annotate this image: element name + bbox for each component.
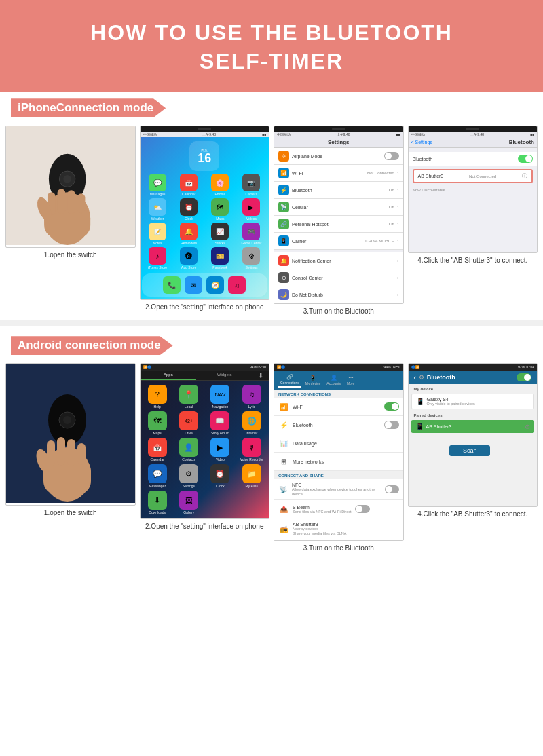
ios-app-notes[interactable]: 📝 Notes [143,223,172,245]
android-setting-nfc[interactable]: 📡 NFC Allow data exchange when device to… [274,479,403,500]
svg-point-2 [63,175,71,183]
ios-bluetooth-value: On [389,188,394,192]
android-app-video[interactable]: ▶ Video [206,438,234,461]
ios-app-clock[interactable]: ⏰ Clock [174,198,204,221]
android-app-local[interactable]: 📍 Local [174,385,203,409]
android-app-navigation[interactable]: NAV Navigation [206,385,234,409]
ios-setting-bluetooth[interactable]: ⚡ Bluetooth On › [274,182,403,199]
android-tab-apps[interactable]: Apps [141,371,197,380]
android-step-3-caption: 3.Turn on the Bluetooth [274,544,404,552]
android-app-downloads[interactable]: ⬇ Downloads [143,491,172,514]
ios-settings-back-button[interactable]: < Settings [411,140,432,145]
android-setting-sbeam[interactable]: 📤 S Beam Send files via NFC and Wi-Fi Di… [274,500,403,518]
android-bt-page-title: Bluetooth [427,374,514,381]
android-app-voice-recorder[interactable]: 🎙 Voice Recorder [238,438,266,461]
ios-setting-cellular[interactable]: 📡 Cellular Off › [274,199,403,216]
android-app-drive[interactable]: 42+ Drive [174,411,203,435]
android-bt-my-device-row: 📱 Galaxy S4 Only visible to paired devic… [411,394,535,409]
ios-bt-info-icon[interactable]: ⓘ [522,172,527,180]
android-wifi-toggle[interactable] [384,402,399,411]
android-nfc-subtitle: Allow data exchange when device touches … [292,487,381,496]
android-app-myfiles[interactable]: 📁 My Files [238,464,266,488]
ios-top-bar [141,126,269,132]
android-tab-connections[interactable]: 🔗 Connections [278,373,301,388]
android-app-settings[interactable]: ⚙ Settings [174,464,203,488]
android-sbeam-subtitle: Send files via NFC and Wi-Fi Direct [293,510,352,514]
ios-bt-device-name: AB Shutter3 [418,174,444,178]
ios-settings-frame: 中国移动 上午9:48 ■■ Settings ✈ Airplane Mode … [274,126,404,304]
ios-app-camera[interactable]: 📷 Camera [237,174,266,196]
ios-app-settings[interactable]: ⚙ Settings [237,247,266,269]
android-app-calendar[interactable]: 📅 Calendar [143,438,172,461]
android-app-help[interactable]: ? Help [143,385,172,409]
ios-app-photos[interactable]: 🌸 Photos [206,174,235,196]
ios-bluetooth-toggle[interactable] [518,155,533,163]
android-bt-main-toggle[interactable] [517,373,531,381]
android-bt-back-button[interactable]: ‹ [414,374,416,381]
ios-app-itunes[interactable]: ♪ iTunes Store [143,247,172,269]
ios-setting-control[interactable]: ⊕ Control Center › [274,269,403,286]
android-bt-paired-device-row[interactable]: 📱 AB Shutter3 ⚙ [411,420,535,433]
airplane-toggle[interactable] [384,152,399,160]
ios-app-appstore[interactable]: 🅐 App Store [174,247,204,269]
android-app-internet[interactable]: 🌐 Internet [238,411,266,435]
iphone-section-label: iPhoneConnection mode [0,92,543,121]
ios-app-messages[interactable]: 💬 Messages [143,174,172,196]
ios-settings-content: Settings ✈ Airplane Mode 📶 Wi-Fi Not Con… [274,137,403,303]
android-scan-button[interactable]: Scan [449,445,490,456]
bluetooth-settings-icon: ⚡ [278,185,289,195]
ios-setting-carrier[interactable]: 📱 Carrier CHINA MOBILE › [274,233,403,250]
android-paired-device-name: AB Shutter3 [426,424,523,429]
ios-app-calendar[interactable]: 📅 Calendar [174,174,204,196]
ios-app-passbook[interactable]: 🎫 Passbook [206,247,235,269]
ios-app-videos[interactable]: ▶ Videos [237,198,266,221]
ios-app-phone[interactable]: 📞 [163,276,181,294]
ios-app-reminders[interactable]: 🔔 Reminders [174,223,204,245]
ios-app-mail[interactable]: ✉ [185,276,202,294]
android-paired-gear-icon[interactable]: ⚙ [525,423,530,430]
ios-date-num: 16 [198,152,211,164]
android-app-story-album[interactable]: 📖 Story Album [206,411,234,435]
ios-homescreen-content: 周五 16 💬 Messages 📅 Calendar 🌸 Photos [141,137,269,299]
android-tab-widgets[interactable]: Widgets [196,371,252,380]
android-app-clock[interactable]: ⏰ Clock [206,464,234,488]
ios-setting-airplane[interactable]: ✈ Airplane Mode [274,148,403,165]
ios-app-safari[interactable]: 🧭 [206,276,224,294]
ios-app-weather[interactable]: ⛅ Weather [143,198,172,221]
android-hand-illustration [30,366,111,502]
ios-setting-donotdisturb[interactable]: 🌙 Do Not Disturb › [274,286,403,303]
android-setting-nearby[interactable]: 📻 AB Shutter3 Nearby devices Share your … [274,518,403,540]
ios-cellular-label: Cellular [292,205,386,210]
android-tab-more[interactable]: ⋯ More [345,373,356,387]
android-tab-mydevice[interactable]: 📱 My device [303,373,323,387]
android-data-usage-icon: 📊 [278,438,289,449]
ios-wifi-label: Wi-Fi [292,171,364,176]
android-app-contacts[interactable]: 👤 Contacts [174,438,203,461]
ios-app-maps[interactable]: 🗺 Maps [206,198,235,221]
android-app-messenger[interactable]: 💬 Messenger [143,464,172,488]
android-setting-bluetooth[interactable]: ⚡ Bluetooth [274,416,403,434]
ios-app-music[interactable]: ♫ [228,276,246,294]
ios-app-stocks[interactable]: 📈 Stocks [206,223,235,245]
android-sbeam-toggle[interactable] [355,505,370,513]
android-setting-data-usage[interactable]: 📊 Data usage [274,434,403,453]
android-setting-wifi[interactable]: 📶 Wi-Fi [274,398,403,416]
ios-app-gamecenter[interactable]: 🎮 Game Center [237,223,266,245]
svg-point-12 [63,416,71,424]
ios-bt-device-ab-shutter[interactable]: AB Shutter3 Not Connected ⓘ [413,169,533,183]
android-tab-accounts[interactable]: 👤 Accounts [324,373,343,387]
android-app-gallery[interactable]: 🖼 Gallery [174,491,203,514]
android-bluetooth-toggle[interactable] [384,421,399,429]
android-download-icon[interactable]: ⬇ [252,371,269,380]
android-apps-grid: ? Help 📍 Local NAV Navigation ♫ Lyric 🗺 [141,381,269,518]
android-connect-share-header: Connect and share [274,471,403,479]
ios-setting-wifi[interactable]: 📶 Wi-Fi Not Connected › [274,165,403,182]
ios-setting-hotspot[interactable]: 🔗 Personal Hotspot Off › [274,216,403,233]
android-app-maps[interactable]: 🗺 Maps [143,411,172,435]
android-nfc-toggle[interactable] [385,485,399,493]
ios-status-bar: 中国移动 上午9:48 ■■ [141,132,269,137]
android-app-lyric[interactable]: ♫ Lyric [238,385,266,409]
ios-setting-notification[interactable]: 🔔 Notification Center › [274,252,403,269]
android-setting-more-networks[interactable]: ⊞ More networks [274,453,403,471]
wifi-chevron: › [397,170,399,176]
